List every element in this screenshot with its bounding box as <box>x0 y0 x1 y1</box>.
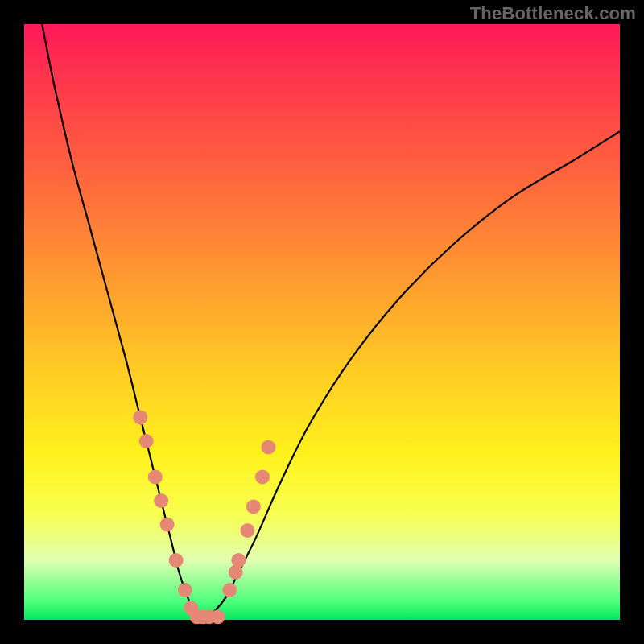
scatter-point <box>139 434 154 448</box>
scatter-point <box>241 523 255 538</box>
scatter-point <box>231 553 246 568</box>
plot-area <box>24 24 620 620</box>
scatter-point <box>255 469 270 484</box>
scatter-point <box>148 469 163 484</box>
right-curve-path <box>203 131 620 620</box>
chart-svg <box>24 24 620 620</box>
watermark-text: TheBottleneck.com <box>470 3 636 24</box>
scatter-point <box>178 583 192 597</box>
scatter-point <box>154 493 168 508</box>
left-curve-path <box>42 24 203 620</box>
scatter-point <box>211 609 225 624</box>
scatter-point <box>222 583 237 597</box>
scatter-point <box>169 553 184 568</box>
scatter-point <box>133 410 147 424</box>
scatter-point <box>160 518 175 532</box>
scatter-point <box>246 499 261 514</box>
scatter-points <box>133 410 275 624</box>
scatter-point <box>261 440 275 454</box>
chart-container: TheBottleneck.com <box>0 0 644 644</box>
